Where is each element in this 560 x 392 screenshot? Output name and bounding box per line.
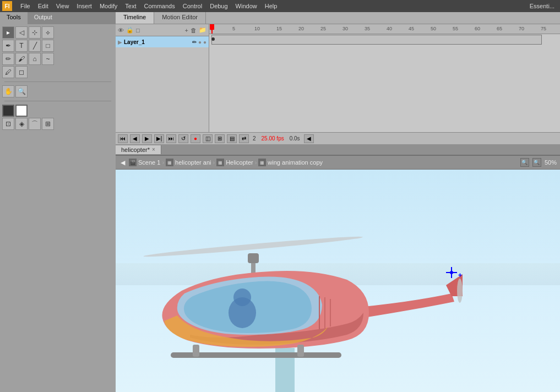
tab-motion-editor[interactable]: Motion Editor [154,12,206,24]
scene-bar: ◀ 🎬 Scene 1 › ▦ helicopter ani › ▦ Helic… [116,155,560,170]
tool-row-6: ⊡ ◈ ⌒ ⊞ [2,118,113,130]
snap-tool[interactable]: ⊡ [2,118,14,130]
brush-tool[interactable]: 🖌 [15,53,28,65]
menu-debug[interactable]: Debug [206,2,231,10]
scene-name[interactable]: Scene 1 [138,159,160,166]
crumb-icon-3: ▦ [258,159,266,166]
menu-window[interactable]: Window [232,2,261,10]
frame-num-15: 15 [276,26,282,31]
menu-edit[interactable]: Edit [34,2,52,10]
canvas-area[interactable]: + [116,170,560,392]
sync-btn[interactable]: ⇄ [239,134,249,143]
frame-cell[interactable] [211,35,542,45]
frame-num-30: 30 [342,26,348,31]
menu-view[interactable]: View [52,2,73,10]
paint-tool[interactable]: ⌂ [29,53,41,65]
frame-num-50: 50 [431,26,436,31]
zoom-tool[interactable]: 🔍 [15,85,28,97]
tail-rotor [457,279,463,303]
frame-num-25: 25 [320,26,326,31]
crumb-icon-1: ▦ [166,159,173,166]
tools-panel: ▸ ◁ ⊹ ⟡ ✒ T ╱ □ ✏ 🖌 ⌂ ~ 🖊 ◻ [0,24,116,132]
crosshair-plus: + [458,271,462,279]
go-start-btn[interactable]: ⏮ [118,134,128,143]
layer-dot-icon[interactable]: ● [198,39,202,45]
frame-num-55: 55 [453,26,458,31]
crumb-helicopter[interactable]: Helicopter [226,159,253,166]
lasso-tool[interactable]: ⟡ [42,26,54,39]
file-tab-helicopter[interactable]: helicopter* × [116,145,161,154]
menu-file[interactable]: File [17,2,34,10]
folder-icon[interactable]: 📁 [199,26,206,34]
line-tool[interactable]: ╱ [29,40,41,52]
stroke-color[interactable] [2,105,14,117]
lock-icon[interactable]: 🔒 [126,26,134,34]
record-btn[interactable]: ● [191,134,200,143]
crumb-sep-2: › [213,159,215,166]
menu-modify[interactable]: Modify [96,2,121,10]
rect-tool[interactable]: □ [42,40,54,52]
eraser-tool[interactable]: ◻ [15,66,28,78]
timeline-content: 👁 🔒 □ + 🗑 📁 ▶ Layer_1 ✏ ● ● [116,24,560,132]
file-tab-close[interactable]: × [152,146,155,153]
menu-commands[interactable]: Commands [140,2,178,10]
zoom-out-btn[interactable]: 🔍 [532,158,541,167]
pen-tool[interactable]: ✒ [2,40,14,52]
select-tool[interactable]: ▸ [2,26,14,39]
timeline-frames: 1 5 10 15 20 25 30 35 40 45 50 55 60 65 [209,24,560,132]
scroll-left-btn[interactable]: ◀ [304,134,314,143]
pencil-tool[interactable]: ✏ [2,53,14,65]
file-tab-name: helicopter* [121,146,150,153]
tab-timeline[interactable]: Timeline [116,12,154,24]
rotor-hub [248,253,259,263]
step-back-btn[interactable]: ◀ [130,134,140,143]
zoom-in-btn[interactable]: 🔍 [520,158,529,167]
tab-tools[interactable]: Tools [0,12,28,24]
smooth-tool[interactable]: ⌒ [29,118,41,130]
crumb-sep-1: › [162,159,164,166]
onion-multi-btn[interactable]: ⊞ [215,134,225,143]
file-tab-bar: helicopter* × [116,144,560,155]
outline-icon[interactable]: □ [136,27,140,34]
tab-output[interactable]: Output [28,12,59,24]
layer-dot2-icon[interactable]: ● [203,39,206,45]
eyedrop-tool[interactable]: 🖊 [2,66,14,78]
menu-insert[interactable]: Insert [73,2,96,10]
go-end-btn[interactable]: ⏭ [166,134,176,143]
hand-tool[interactable]: ✋ [2,85,14,97]
text-tool[interactable]: T [15,40,28,52]
eye-icon[interactable]: 👁 [118,27,124,34]
frame-num-70: 70 [519,26,524,31]
playhead[interactable] [211,24,213,34]
tool-row-5: ✋ 🔍 [2,85,113,97]
fill-color[interactable] [15,105,28,117]
onion-skin-btn[interactable]: ◫ [203,134,213,143]
step-fwd-btn[interactable]: ▶| [154,134,164,143]
transform-tool[interactable]: ⊹ [29,26,41,39]
subselect-tool[interactable]: ◁ [15,26,28,39]
menu-help[interactable]: Help [261,2,281,10]
menu-control[interactable]: Control [179,2,206,10]
right-panel: Timeline Motion Editor 👁 🔒 □ + 🗑 📁 [116,12,560,392]
loop-btn[interactable]: ↺ [178,134,188,143]
scene-back-btn[interactable]: ◀ [119,159,127,167]
edit-multi-btn[interactable]: ▤ [227,134,237,143]
magnet-tool[interactable]: ◈ [15,118,28,130]
add-layer-icon[interactable]: + [185,27,188,34]
play-btn[interactable]: ▶ [142,134,152,143]
delete-layer-icon[interactable]: 🗑 [191,27,197,34]
ink-tool[interactable]: ~ [42,53,54,65]
straighten-tool[interactable]: ⊞ [42,118,54,130]
crumb-wing-ani[interactable]: wing animation copy [268,159,323,166]
frame-num-75: 75 [541,26,546,31]
layer-1-row[interactable]: ▶ Layer_1 ✏ ● ● [116,36,209,47]
crumb-heli-ani[interactable]: helicopter ani [175,159,211,166]
fps-display: 25.00 fps [260,135,286,141]
frame-num-5: 5 [232,26,235,31]
menu-bar: Fl File Edit View Insert Modify Text Com… [0,0,560,12]
tools-divider [4,81,111,82]
menu-text[interactable]: Text [121,2,140,10]
workspace-label: Essenti... [530,3,558,9]
frame-num-45: 45 [409,26,414,31]
layer-pencil-icon[interactable]: ✏ [192,39,197,45]
